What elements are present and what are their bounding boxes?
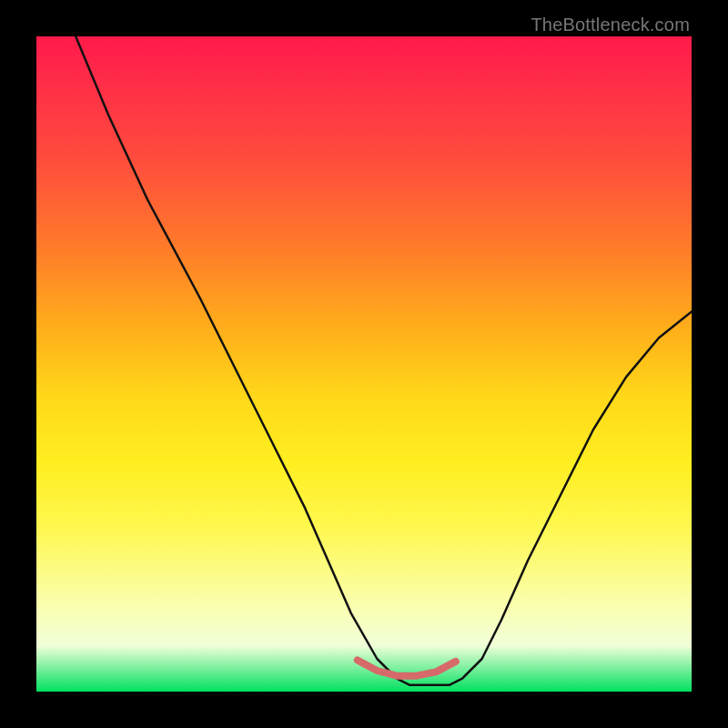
chart-frame: TheBottleneck.com	[0, 0, 728, 728]
plot-area	[36, 36, 692, 692]
main-curve	[76, 36, 692, 685]
highlight-curve	[358, 660, 456, 675]
curve-layer	[36, 36, 692, 692]
attribution-label: TheBottleneck.com	[531, 15, 690, 35]
